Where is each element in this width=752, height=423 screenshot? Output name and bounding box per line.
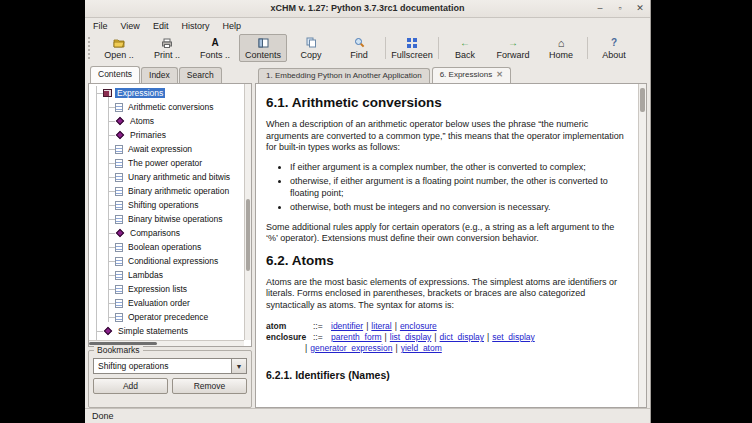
status-text: Done: [92, 411, 114, 421]
page-icon: [115, 159, 123, 168]
paragraph: When a description of an arithmetic oper…: [266, 119, 628, 154]
syntax-link[interactable]: set_display: [492, 332, 535, 342]
syntax-link[interactable]: identifier: [331, 321, 363, 331]
page-icon: [115, 313, 123, 322]
tab-search[interactable]: Search: [179, 67, 222, 83]
sidebar-tabs: Contents Index Search: [88, 64, 252, 83]
bookmarks-dropdown[interactable]: Shifting operations ▼: [93, 358, 247, 374]
close-button[interactable]: ✕: [634, 2, 646, 15]
page-icon: [115, 271, 123, 280]
back-arrow-icon: ←: [460, 37, 470, 49]
tree-item[interactable]: Primaries: [91, 128, 243, 142]
page-icon: [115, 187, 123, 196]
tree-item[interactable]: Operator precedence: [91, 310, 243, 324]
tree-item[interactable]: Unary arithmetic and bitwis: [91, 170, 243, 184]
about-button[interactable]: ? About: [590, 34, 638, 62]
tree-item[interactable]: Lambdas: [91, 268, 243, 282]
bullet-item: If either argument is a complex number, …: [290, 162, 628, 174]
document-tabs: 1. Embedding Python in Another Applicati…: [255, 64, 647, 83]
syntax-block: atom ::= identifier|literal|enclosure en…: [266, 321, 628, 354]
bookmarks-selected-value: Shifting operations: [94, 359, 231, 373]
document-body: 6.1. Arithmetic conversions When a descr…: [256, 84, 638, 407]
syntax-link[interactable]: yield_atom: [401, 343, 442, 353]
syntax-link[interactable]: literal: [371, 321, 391, 331]
open-button[interactable]: Open ..: [95, 34, 143, 62]
main-area: Contents Index Search Expressions Arithm…: [85, 64, 650, 408]
page-icon: [115, 285, 123, 294]
status-bar: Done: [85, 408, 650, 423]
tree-item[interactable]: Expression lists: [91, 282, 243, 296]
tree-item[interactable]: Evaluation order: [91, 296, 243, 310]
window-title: xCHM v. 1.27: Python 3.7.3rc1 documentat…: [85, 3, 650, 13]
menu-item-view[interactable]: View: [121, 21, 140, 31]
maximize-button[interactable]: ▫: [614, 2, 626, 15]
find-button[interactable]: Find: [335, 34, 383, 62]
syntax-link[interactable]: enclosure: [400, 321, 437, 331]
tree-item[interactable]: Binary bitwise operations: [91, 212, 243, 226]
chevron-down-icon[interactable]: ▼: [231, 359, 246, 373]
tree-item[interactable]: Expressions: [91, 86, 243, 100]
tab-expressions[interactable]: 6. Expressions ✕: [432, 67, 511, 83]
menu-item-history[interactable]: History: [181, 21, 209, 31]
tree-item[interactable]: Shifting operations: [91, 198, 243, 212]
tab-index[interactable]: Index: [141, 67, 178, 83]
tree-item[interactable]: Arithmetic conversions: [91, 100, 243, 114]
tree-item[interactable]: The power operator: [91, 156, 243, 170]
syntax-link[interactable]: dict_display: [440, 332, 484, 342]
contents-tree: Expressions Arithmetic conversions Atoms…: [91, 86, 243, 347]
toolbar-separator: [587, 37, 588, 59]
syntax-link[interactable]: generator_expression: [310, 343, 392, 353]
tree-item[interactable]: Atoms: [91, 114, 243, 128]
scrollbar-thumb[interactable]: [640, 88, 645, 112]
menu-item-edit[interactable]: Edit: [153, 21, 169, 31]
page-icon: [115, 201, 123, 210]
toolbar-drag-handle[interactable]: [88, 37, 92, 59]
find-icon: [354, 37, 365, 49]
tab-embedding-python[interactable]: 1. Embedding Python in Another Applicati…: [258, 68, 430, 83]
syntax-link[interactable]: list_display: [390, 332, 432, 342]
contents-button[interactable]: Contents: [239, 34, 287, 62]
print-button[interactable]: Print ..: [143, 34, 191, 62]
syntax-link[interactable]: parenth_form: [331, 332, 382, 342]
bullet-item: otherwise, both must be integers and no …: [290, 202, 628, 214]
forward-arrow-icon: →: [508, 37, 518, 49]
page-icon: [115, 173, 123, 182]
page-icon: [115, 257, 123, 266]
title-bar[interactable]: xCHM v. 1.27: Python 3.7.3rc1 documentat…: [85, 0, 650, 18]
page-icon: [115, 103, 123, 112]
tree-item[interactable]: Conditional expressions: [91, 254, 243, 268]
content-area: 1. Embedding Python in Another Applicati…: [255, 64, 647, 408]
scrollbar-thumb[interactable]: [246, 199, 250, 271]
menu-item-file[interactable]: File: [93, 21, 108, 31]
document-vertical-scrollbar[interactable]: [638, 84, 646, 407]
contents-icon: [258, 37, 269, 49]
bullet-item: otherwise, if either argument is a float…: [290, 176, 628, 199]
forward-button[interactable]: → Forward: [489, 34, 537, 62]
tab-contents[interactable]: Contents: [90, 66, 140, 83]
tree-item[interactable]: Boolean operations: [91, 240, 243, 254]
menu-item-help[interactable]: Help: [222, 21, 241, 31]
back-button[interactable]: ← Back: [441, 34, 489, 62]
tree-item[interactable]: Comparisons: [91, 226, 243, 240]
add-bookmark-button[interactable]: Add: [93, 378, 168, 394]
tree-item[interactable]: Simple statements: [91, 324, 243, 338]
toolbar: Open .. Print .. A Fonts .. Contents: [85, 33, 650, 64]
tree-item[interactable]: Await expression: [91, 142, 243, 156]
minimize-button[interactable]: –: [594, 2, 606, 15]
fullscreen-button[interactable]: Fullscreen: [388, 34, 436, 62]
section-heading-6-1: 6.1. Arithmetic conversions: [266, 95, 628, 110]
copy-button[interactable]: Copy: [287, 34, 335, 62]
tree-item[interactable]: Binary arithmetic operation: [91, 184, 243, 198]
fonts-button[interactable]: A Fonts ..: [191, 34, 239, 62]
close-icon[interactable]: ✕: [496, 70, 503, 79]
toolbar-separator: [385, 37, 386, 59]
section-heading-6-2-1: 6.2.1. Identifiers (Names): [266, 370, 628, 382]
tree-vertical-scrollbar[interactable]: [244, 84, 251, 340]
home-button[interactable]: ⌂ Home: [537, 34, 585, 62]
toolbar-separator: [438, 37, 439, 59]
xchm-window: xCHM v. 1.27: Python 3.7.3rc1 documentat…: [85, 0, 651, 423]
remove-bookmark-button[interactable]: Remove: [172, 378, 247, 394]
diamond-icon: [116, 117, 124, 125]
syntax-operator: ::=: [313, 332, 331, 343]
screen: xCHM v. 1.27: Python 3.7.3rc1 documentat…: [0, 0, 752, 423]
